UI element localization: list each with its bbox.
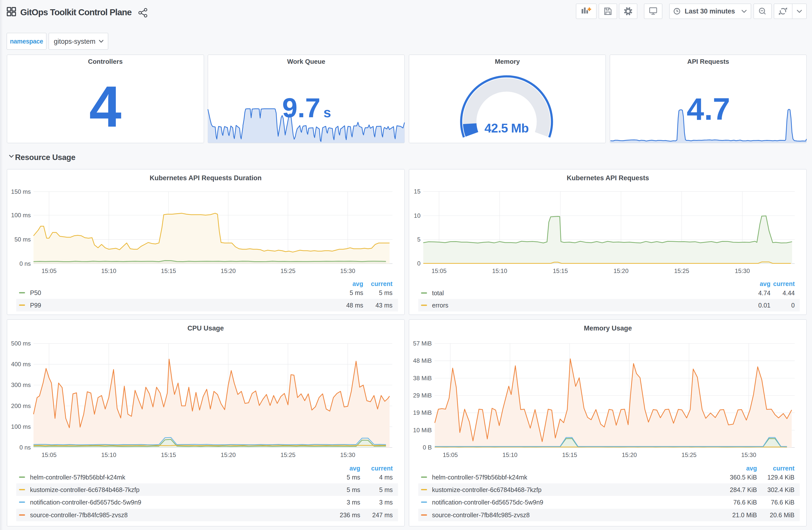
svg-text:current: current xyxy=(773,465,795,472)
svg-text:100 ms: 100 ms xyxy=(11,423,31,430)
svg-text:avg: avg xyxy=(746,465,757,472)
svg-text:15:20: 15:20 xyxy=(221,452,236,458)
svg-text:Memory Usage: Memory Usage xyxy=(584,324,632,332)
svg-text:360.5 KiB: 360.5 KiB xyxy=(730,474,757,481)
svg-text:15:05: 15:05 xyxy=(432,267,447,274)
svg-text:15:10: 15:10 xyxy=(503,452,518,458)
svg-text:4.74: 4.74 xyxy=(758,290,770,296)
svg-text:Memory: Memory xyxy=(495,58,520,65)
svg-text:Resource Usage: Resource Usage xyxy=(15,153,75,162)
svg-text:15:20: 15:20 xyxy=(613,267,628,274)
svg-text:notification-controller-6d5657: notification-controller-6d56575dc-5w9n9 xyxy=(30,499,141,506)
svg-text:247 ms: 247 ms xyxy=(372,512,393,518)
svg-text:15:10: 15:10 xyxy=(101,267,116,274)
svg-text:15:20: 15:20 xyxy=(622,452,637,458)
svg-text:29 MiB: 29 MiB xyxy=(413,392,432,399)
svg-text:avg: avg xyxy=(352,280,363,287)
svg-text:48 MiB: 48 MiB xyxy=(413,357,432,364)
svg-text:15:15: 15:15 xyxy=(562,452,577,458)
svg-text:avg: avg xyxy=(349,465,360,472)
svg-text:current: current xyxy=(371,280,393,287)
svg-text:150 ms: 150 ms xyxy=(11,188,31,195)
svg-text:current: current xyxy=(371,465,393,472)
svg-text:GitOps Toolkit Control Plane: GitOps Toolkit Control Plane xyxy=(20,7,132,17)
svg-text:0: 0 xyxy=(791,302,795,309)
svg-text:284.7 KiB: 284.7 KiB xyxy=(730,486,757,493)
svg-text:76.6 KiB: 76.6 KiB xyxy=(733,499,757,506)
svg-text:19 MiB: 19 MiB xyxy=(413,409,432,416)
svg-text:200 ms: 200 ms xyxy=(11,402,31,409)
svg-text:15:15: 15:15 xyxy=(161,267,176,274)
svg-text:Controllers: Controllers xyxy=(88,58,123,65)
svg-text:total: total xyxy=(432,290,444,296)
svg-text:current: current xyxy=(773,280,795,287)
svg-text:5 ms: 5 ms xyxy=(347,474,360,481)
svg-text:500 ms: 500 ms xyxy=(11,340,31,347)
svg-text:4: 4 xyxy=(89,74,121,139)
svg-text:errors: errors xyxy=(432,302,448,309)
svg-text:4.44: 4.44 xyxy=(782,290,795,296)
svg-text:15:30: 15:30 xyxy=(340,267,355,274)
svg-text:400 ms: 400 ms xyxy=(11,361,31,368)
svg-text:57 MiB: 57 MiB xyxy=(413,340,432,347)
svg-text:source-controller-7fb84fc985-z: source-controller-7fb84fc985-zvsz8 xyxy=(432,512,530,518)
svg-text:4 ms: 4 ms xyxy=(379,474,393,481)
svg-text:15:15: 15:15 xyxy=(553,267,568,274)
svg-text:0 ns: 0 ns xyxy=(19,260,31,267)
svg-text:15:20: 15:20 xyxy=(221,267,236,274)
svg-text:15:05: 15:05 xyxy=(42,267,57,274)
svg-text:API Requests: API Requests xyxy=(687,58,729,65)
svg-text:Last 30 minutes: Last 30 minutes xyxy=(685,8,735,15)
svg-text:s: s xyxy=(323,105,331,120)
svg-text:P99: P99 xyxy=(30,302,41,309)
svg-text:42.5 Mb: 42.5 Mb xyxy=(484,121,528,135)
svg-text:300 ms: 300 ms xyxy=(11,382,31,388)
svg-text:5 ms: 5 ms xyxy=(379,486,393,493)
svg-text:helm-controller-57f9b56bbf-k24: helm-controller-57f9b56bbf-k24mk xyxy=(30,474,125,481)
svg-text:3 ms: 3 ms xyxy=(347,499,360,506)
svg-text:gitops-system: gitops-system xyxy=(54,38,96,45)
svg-text:15: 15 xyxy=(414,188,421,195)
svg-text:15:10: 15:10 xyxy=(492,267,507,274)
svg-text:kustomize-controller-6c6784b46: kustomize-controller-6c6784b468-7kzfp xyxy=(432,486,541,493)
svg-text:302.4 KiB: 302.4 KiB xyxy=(767,486,795,493)
svg-text:5 ms: 5 ms xyxy=(347,486,360,493)
svg-text:129.4 KiB: 129.4 KiB xyxy=(767,474,795,481)
svg-text:50 ms: 50 ms xyxy=(15,236,31,243)
svg-text:avg: avg xyxy=(760,280,770,287)
svg-text:15:25: 15:25 xyxy=(674,267,689,274)
svg-text:P50: P50 xyxy=(30,289,41,296)
svg-text:15:25: 15:25 xyxy=(681,452,696,458)
svg-text:0.01: 0.01 xyxy=(758,302,770,309)
svg-text:4.7: 4.7 xyxy=(687,91,730,126)
svg-text:20.6 MiB: 20.6 MiB xyxy=(770,512,795,518)
svg-text:15:05: 15:05 xyxy=(42,452,57,458)
svg-text:Kubernetes API Requests Durati: Kubernetes API Requests Duration xyxy=(149,174,262,182)
svg-text:15:25: 15:25 xyxy=(280,452,295,458)
svg-text:notification-controller-6d5657: notification-controller-6d56575dc-5w9n9 xyxy=(432,499,543,506)
svg-text:100 ms: 100 ms xyxy=(11,212,31,219)
svg-text:21.0 MiB: 21.0 MiB xyxy=(732,512,757,518)
svg-text:15:25: 15:25 xyxy=(280,267,295,274)
svg-text:source-controller-7fb84fc985-z: source-controller-7fb84fc985-zvsz8 xyxy=(30,512,128,518)
svg-text:43 ms: 43 ms xyxy=(376,302,392,309)
svg-text:10 MiB: 10 MiB xyxy=(413,427,432,433)
svg-text:9.7: 9.7 xyxy=(282,92,320,123)
svg-text:15:30: 15:30 xyxy=(735,267,750,274)
svg-text:CPU Usage: CPU Usage xyxy=(187,324,224,332)
svg-text:15:05: 15:05 xyxy=(443,452,458,458)
svg-text:0 B: 0 B xyxy=(423,444,432,451)
svg-text:0 ns: 0 ns xyxy=(19,444,31,451)
svg-text:5 ms: 5 ms xyxy=(350,289,363,296)
svg-text:0: 0 xyxy=(417,260,421,267)
svg-text:236 ms: 236 ms xyxy=(340,512,360,518)
svg-text:3 ms: 3 ms xyxy=(379,499,393,506)
svg-text:Kubernetes API Requests: Kubernetes API Requests xyxy=(567,174,649,182)
svg-text:15:10: 15:10 xyxy=(101,452,116,458)
svg-text:helm-controller-57f9b56bbf-k24: helm-controller-57f9b56bbf-k24mk xyxy=(432,474,527,481)
svg-text:38 MiB: 38 MiB xyxy=(413,375,432,382)
svg-text:namespace: namespace xyxy=(10,38,43,45)
svg-text:15:15: 15:15 xyxy=(161,452,176,458)
svg-text:48 ms: 48 ms xyxy=(346,302,363,309)
svg-text:5: 5 xyxy=(417,236,421,243)
